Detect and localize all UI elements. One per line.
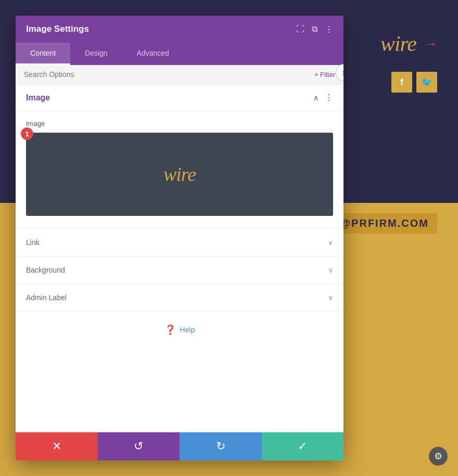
image-preview[interactable]: wire <box>26 133 333 216</box>
background-chevron-icon: ∨ <box>328 266 333 274</box>
link-section[interactable]: Link ∨ <box>16 229 344 256</box>
link-chevron-icon: ∨ <box>328 238 333 247</box>
more-options-icon[interactable]: ⋮ <box>325 24 333 34</box>
image-settings-modal: Image Settings ⛶ ⧉ ⋮ Content Design Adva… <box>16 16 344 460</box>
modal-body: Image ∧ ⋮ Image 1 wire Link ∨ Background… <box>16 84 344 432</box>
site-logo: wire <box>380 31 416 56</box>
redo-button[interactable]: ↻ <box>180 432 262 460</box>
image-section-menu-icon[interactable]: ⋮ <box>325 93 333 102</box>
modal-title: Image Settings <box>26 24 89 34</box>
admin-label-chevron-icon: ∨ <box>328 293 333 302</box>
image-section-content: Image 1 wire <box>16 111 344 229</box>
admin-label-section[interactable]: Admin Label ∨ <box>16 284 344 312</box>
admin-label-label: Admin Label <box>26 293 67 302</box>
modal-header-icons: ⛶ ⧉ ⋮ <box>296 24 333 34</box>
undo-button[interactable]: ↺ <box>98 432 180 460</box>
help-icon: ❓ <box>164 324 176 336</box>
site-logo-row: wire → <box>380 31 437 56</box>
image-preview-wrapper: 1 wire <box>26 133 333 216</box>
image-field-label: Image <box>26 120 333 127</box>
filter-button[interactable]: + Filter <box>314 71 335 79</box>
site-social-icons: f 🐦 <box>391 72 437 93</box>
columns-icon[interactable]: ⧉ <box>312 24 317 34</box>
site-arrow: → <box>425 36 437 51</box>
image-section-title: Image <box>26 93 50 102</box>
cancel-button[interactable]: ✕ <box>16 432 98 460</box>
modal-tabs: Content Design Advanced <box>16 43 344 65</box>
save-button[interactable]: ✓ <box>262 432 344 460</box>
image-section-collapse-icon[interactable]: ∧ <box>313 94 319 102</box>
facebook-icon: f <box>391 72 412 93</box>
image-badge: 1 <box>21 127 33 140</box>
modal-footer: ✕ ↺ ↻ ✓ <box>16 432 344 460</box>
search-input[interactable] <box>24 70 314 79</box>
twitter-icon: 🐦 <box>416 72 437 93</box>
section-controls: ∧ ⋮ <box>313 93 333 102</box>
background-section[interactable]: Background ∨ <box>16 256 344 284</box>
help-label: Help <box>180 326 195 334</box>
gear-icon[interactable]: ⚙ <box>429 447 448 466</box>
tab-design[interactable]: Design <box>70 43 122 65</box>
tab-advanced[interactable]: Advanced <box>122 43 184 65</box>
background-label: Background <box>26 266 65 274</box>
image-section-header: Image ∧ ⋮ <box>16 84 344 111</box>
expand-icon[interactable]: ⛶ <box>296 24 304 34</box>
link-label: Link <box>26 238 40 247</box>
search-bar: + Filter <box>16 65 344 84</box>
help-section[interactable]: ❓ Help <box>16 312 344 348</box>
image-preview-logo: wire <box>163 163 196 186</box>
tab-content[interactable]: Content <box>16 43 70 65</box>
modal-header: Image Settings ⛶ ⧉ ⋮ <box>16 16 344 43</box>
